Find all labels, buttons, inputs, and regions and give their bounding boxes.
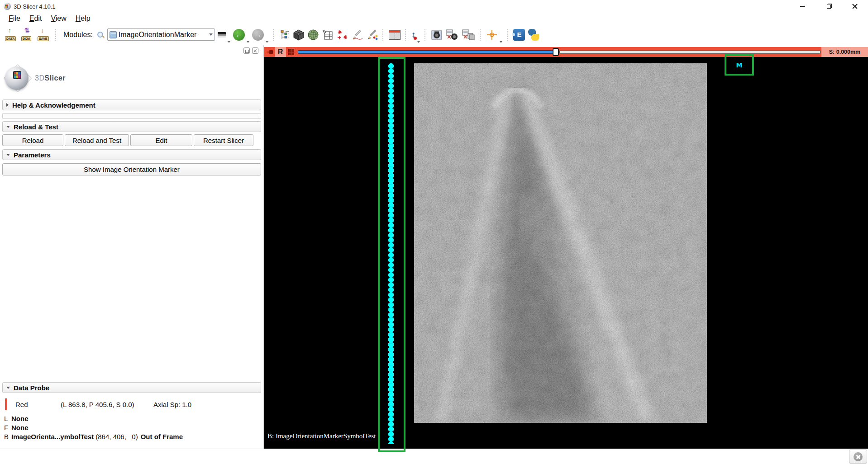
scene-views-icon[interactable] — [462, 29, 475, 41]
data-probe-row-f: F None — [4, 424, 261, 431]
toolbar-separator — [480, 29, 482, 41]
menu-bar: File Edit View Help — [0, 13, 868, 24]
load-data-icon: ↑ — [8, 27, 11, 33]
menu-file[interactable]: File — [5, 14, 24, 23]
modules-label: Modules: — [63, 31, 93, 39]
reload-test-buttons: Reload Reload and Test Edit Restart Slic… — [2, 134, 261, 146]
cube-3d-icon[interactable] — [293, 29, 305, 41]
slice-link-icon[interactable] — [288, 49, 294, 55]
module-selector-value: ImageOrientationMarker — [119, 31, 207, 39]
data-probe-row-l: L None — [4, 415, 261, 422]
updown-dropdown-icon[interactable] — [417, 41, 420, 43]
edit-button[interactable]: Edit — [130, 134, 192, 146]
module-back-button[interactable]: ← — [233, 29, 245, 41]
history-dropdown-icon[interactable] — [228, 41, 230, 43]
forward-dropdown-icon[interactable] — [266, 41, 268, 43]
menu-edit[interactable]: Edit — [25, 14, 46, 23]
layer-status: Out of Frame — [141, 433, 183, 440]
slider-handle[interactable] — [553, 48, 559, 56]
slice-orientation-badge[interactable]: R — [275, 47, 286, 57]
module-history-button[interactable] — [218, 32, 226, 38]
slice-ras-coords: (L 863.8, P 405.6, S 0.0) — [61, 401, 153, 408]
python-console-icon[interactable] — [528, 29, 539, 41]
section-parameters[interactable]: Parameters — [2, 149, 261, 160]
data-probe-row-b: B ImageOrienta...ymbolTest (864, 406, 0)… — [4, 433, 261, 440]
section-data-probe[interactable]: Data Probe — [2, 382, 261, 393]
show-image-orientation-marker-button[interactable]: Show Image Orientation Marker — [2, 163, 261, 175]
slider-fill — [298, 50, 556, 54]
module-forward-button[interactable]: → — [252, 29, 264, 41]
module-search-icon[interactable] — [96, 31, 105, 39]
save-label: SAVE — [38, 36, 49, 41]
dicom-icon: ⇅ — [24, 27, 30, 33]
main-area: 3DSlicer Help & Acknowledgement Reload &… — [0, 45, 868, 449]
layer-prefix: L — [4, 415, 11, 422]
app-icon — [4, 3, 11, 10]
toolbar-separator — [424, 29, 426, 41]
toolbar-separator — [507, 29, 509, 41]
data-probe-slice-row: Red (L 863.8, P 405.6, S 0.0) Axial Sp: … — [5, 398, 261, 410]
menu-view[interactable]: View — [47, 14, 70, 23]
section-parameters-label: Parameters — [14, 151, 51, 159]
save-button[interactable]: ↓ SAVE — [37, 28, 51, 42]
slice-spacing: Axial Sp: 1.0 — [153, 401, 191, 408]
layout-button[interactable] — [389, 30, 401, 40]
markups-fiducial-icon[interactable] — [336, 29, 349, 41]
menu-help[interactable]: Help — [72, 14, 95, 23]
toolbar-separator — [273, 29, 275, 41]
restore-icon — [827, 5, 831, 9]
expanded-arrow-icon — [6, 387, 10, 389]
load-data-button[interactable]: ↑ DATA — [5, 28, 18, 42]
dicom-label: DCM — [21, 36, 31, 41]
slice-updown-icon[interactable]: ↕ — [411, 30, 416, 39]
section-help-acknowledgement[interactable]: Help & Acknowledgement — [2, 99, 261, 110]
layer-prefix: B — [4, 433, 11, 440]
crosshair-icon[interactable] — [486, 29, 498, 41]
close-button[interactable] — [842, 0, 868, 13]
toolbar-separator — [55, 29, 57, 41]
collapsed-frame — [2, 113, 261, 119]
volume-grid-icon[interactable] — [322, 29, 334, 41]
screenshot-icon[interactable] — [431, 29, 443, 41]
slicer-logo-icon — [4, 65, 31, 92]
slice-offset-slider[interactable] — [298, 50, 820, 54]
module-hierarchy-icon[interactable] — [279, 29, 290, 40]
reload-button[interactable]: Reload — [2, 134, 63, 146]
pin-controller-icon[interactable] — [267, 50, 273, 54]
data-probe: Data Probe Red (L 863.8, P 405.6, S 0.0)… — [2, 382, 261, 449]
section-reload-test[interactable]: Reload & Test — [2, 121, 261, 132]
window-title: 3D Slicer 4.10.1 — [14, 3, 56, 10]
back-dropdown-icon[interactable] — [247, 41, 249, 43]
restart-slicer-button[interactable]: Restart Slicer — [194, 134, 253, 146]
section-reload-test-label: Reload & Test — [14, 123, 58, 131]
minimize-button[interactable] — [789, 0, 816, 13]
reload-and-test-button[interactable]: Reload and Test — [65, 134, 129, 146]
module-panel: 3DSlicer Help & Acknowledgement Reload &… — [0, 45, 264, 449]
maximize-button[interactable] — [816, 0, 842, 13]
close-panel-icon[interactable] — [252, 47, 258, 54]
title-bar: 3D Slicer 4.10.1 — [0, 0, 868, 13]
paint-annotation-icon[interactable] — [366, 29, 378, 41]
error-log-button[interactable] — [849, 450, 867, 464]
highlight-rect-marker-line — [378, 57, 405, 452]
extensions-manager-icon[interactable]: E — [513, 29, 525, 41]
scene-capture-icon[interactable] — [445, 29, 459, 41]
sphere-mesh-icon[interactable] — [307, 29, 319, 41]
layer-ijk-coords: (864, 406, 0) — [95, 433, 138, 440]
highlight-rect-m-marker: M — [725, 54, 754, 76]
mouse-draw-icon[interactable] — [352, 29, 363, 41]
panel-spacer — [2, 175, 261, 382]
collapsed-arrow-icon — [6, 103, 9, 107]
toolbar-separator — [405, 29, 407, 41]
slicer-logo: 3DSlicer — [4, 63, 261, 93]
slice-viewport[interactable]: B: ImageOrientationMarkerSymbolTest — [264, 57, 868, 449]
circled-x-icon — [854, 452, 863, 461]
undock-panel-icon[interactable] — [243, 47, 250, 54]
crosshair-dropdown-icon[interactable] — [500, 41, 502, 43]
red-slice-view: R S: 0.000mm — [264, 45, 868, 449]
section-data-probe-label: Data Probe — [14, 384, 49, 392]
panel-header-buttons — [2, 45, 261, 56]
dicom-button[interactable]: ⇅ DCM — [21, 28, 34, 42]
background-volume-label: B: ImageOrientationMarkerSymbolTest — [267, 432, 376, 440]
module-selector[interactable]: ImageOrientationMarker — [107, 28, 215, 41]
